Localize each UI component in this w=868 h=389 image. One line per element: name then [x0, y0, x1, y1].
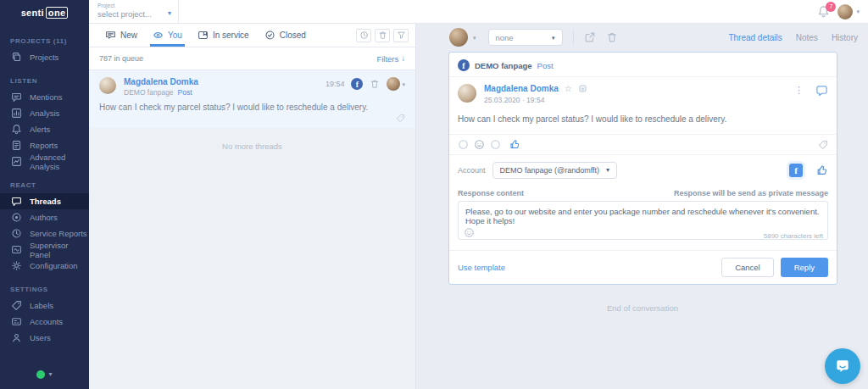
bar-chart-icon — [11, 108, 22, 119]
tab-thread-details[interactable]: Thread details — [728, 33, 782, 42]
sidebar: sentione PROJECTS (11) Projects LISTEN M… — [0, 0, 89, 389]
support-chat-button[interactable] — [825, 348, 860, 384]
filter-button[interactable] — [393, 29, 409, 42]
facebook-channel-icon[interactable] — [789, 164, 803, 177]
check-circle-icon — [264, 30, 275, 41]
copy-icon — [578, 84, 587, 93]
tab-history[interactable]: History — [832, 33, 858, 42]
topbar: Project select project... 7 — [89, 0, 868, 24]
reply-bubble-button[interactable] — [815, 84, 828, 97]
sidebar-item-mentions[interactable]: Mentions — [0, 89, 89, 105]
target-icon — [11, 212, 22, 223]
conversation-panel: none Thread details Notes History DEMO f… — [417, 24, 868, 389]
tab-new[interactable]: New — [97, 24, 145, 47]
tag-icon — [11, 300, 22, 311]
sidebar-item-supervisor-panel[interactable]: Supervisor Panel — [0, 242, 89, 258]
app-logo: sentione — [0, 0, 89, 25]
project-selector[interactable]: Project select project... — [89, 0, 179, 24]
account-select[interactable]: DEMO fanpage (@randomfft) — [492, 162, 618, 179]
sentiment-neutral-icon[interactable] — [474, 139, 485, 150]
share-button[interactable] — [584, 31, 596, 43]
tab-you[interactable]: You — [145, 24, 190, 47]
sidebar-item-reports[interactable]: Reports — [0, 137, 89, 153]
end-of-conversation-text: End of conversation — [417, 303, 868, 313]
sentiment-positive-icon[interactable] — [458, 139, 469, 150]
copy-button[interactable] — [578, 84, 587, 93]
facebook-icon — [458, 59, 470, 71]
clock-icon — [359, 31, 369, 40]
status-select[interactable]: none — [488, 29, 563, 46]
sidebar-item-service-reports[interactable]: Service Reports — [0, 225, 89, 242]
sidebar-item-label: Threads — [30, 197, 61, 206]
speech-bubble-icon — [815, 84, 828, 97]
thread-list-item[interactable]: Magdalena Domka DEMO fanpagePost 19:54 H… — [89, 70, 415, 128]
thread-post-type[interactable]: Post — [178, 88, 192, 97]
like-button[interactable] — [509, 139, 520, 150]
message-author-name[interactable]: Magdalena Domka — [484, 84, 559, 93]
filters-link[interactable]: Filters — [376, 54, 405, 64]
assigned-agent-avatar[interactable] — [449, 28, 468, 47]
smiley-icon — [464, 227, 475, 238]
sidebar-item-users[interactable]: Users — [0, 330, 89, 346]
presence-status[interactable] — [0, 370, 89, 379]
emoji-button[interactable] — [464, 227, 475, 238]
section-header-projects: PROJECTS (11) — [0, 25, 89, 49]
like-reply-toggle[interactable] — [816, 164, 828, 176]
thumbs-up-icon — [509, 139, 520, 150]
tab-closed[interactable]: Closed — [257, 24, 314, 47]
thread-author-name[interactable]: Magdalena Domka — [124, 77, 198, 86]
chat-smiley-icon — [834, 358, 851, 375]
sidebar-item-authors[interactable]: Authors — [0, 209, 89, 225]
tab-label: Closed — [280, 31, 306, 40]
sidebar-item-alerts[interactable]: Alerts — [0, 121, 89, 137]
sidebar-item-label: Alerts — [30, 125, 50, 134]
sidebar-item-labels[interactable]: Labels — [0, 297, 89, 314]
trash-icon — [370, 79, 380, 89]
trash-button[interactable] — [375, 29, 390, 42]
delete-thread-button[interactable] — [606, 31, 618, 43]
logo-box-text: one — [46, 7, 68, 19]
chevron-down-icon — [606, 167, 609, 174]
filter-icon — [397, 31, 406, 40]
sidebar-item-threads[interactable]: Threads — [0, 193, 89, 209]
sidebar-item-label: Service Reports — [30, 229, 87, 238]
sidebar-item-accounts[interactable]: Accounts — [0, 314, 89, 330]
chevron-down-icon[interactable] — [473, 35, 476, 41]
conversation-toolbar: none Thread details Notes History — [417, 24, 868, 51]
tab-in-service[interactable]: In service — [190, 24, 257, 47]
divider — [573, 31, 574, 44]
assignee-selector[interactable] — [387, 77, 405, 91]
sidebar-item-configuration[interactable]: Configuration — [0, 258, 89, 274]
post-type-link[interactable]: Post — [537, 61, 554, 70]
user-avatar[interactable] — [837, 4, 853, 19]
thread-delete-button[interactable] — [370, 79, 380, 89]
sidebar-item-advanced-analysis[interactable]: Advanced Analysis — [0, 153, 89, 169]
account-value: DEMO fanpage (@randomfft) — [500, 166, 600, 175]
chevron-down-icon[interactable] — [856, 8, 860, 14]
sidebar-item-projects[interactable]: Projects — [0, 49, 89, 65]
tag-icon[interactable] — [818, 140, 828, 150]
eye-icon — [153, 30, 164, 41]
no-more-threads-text: No more threads — [89, 128, 415, 151]
thread-source: DEMO fanpage — [124, 88, 174, 97]
notifications-bell-button[interactable]: 7 — [817, 5, 831, 19]
more-options-button[interactable] — [794, 86, 804, 95]
sentiment-negative-icon[interactable] — [490, 139, 501, 150]
star-icon[interactable] — [565, 85, 572, 93]
sidebar-item-label: Configuration — [30, 261, 78, 270]
tab-notes[interactable]: Notes — [796, 33, 818, 42]
queue-row: 787 in queue Filters — [89, 47, 415, 70]
reply-button[interactable]: Reply — [781, 258, 828, 277]
section-header-listen: LISTEN — [0, 65, 89, 89]
cancel-button[interactable]: Cancel — [721, 258, 774, 277]
use-template-link[interactable]: Use template — [458, 263, 505, 272]
sidebar-item-analysis[interactable]: Analysis — [0, 105, 89, 121]
trash-icon — [378, 31, 387, 40]
project-label: Project — [97, 3, 171, 8]
document-icon — [11, 140, 22, 151]
history-button[interactable] — [356, 29, 371, 42]
sidebar-item-label: Labels — [30, 301, 53, 310]
bell-icon — [11, 124, 22, 135]
tag-icon[interactable] — [396, 114, 405, 123]
gear-icon — [11, 260, 22, 271]
